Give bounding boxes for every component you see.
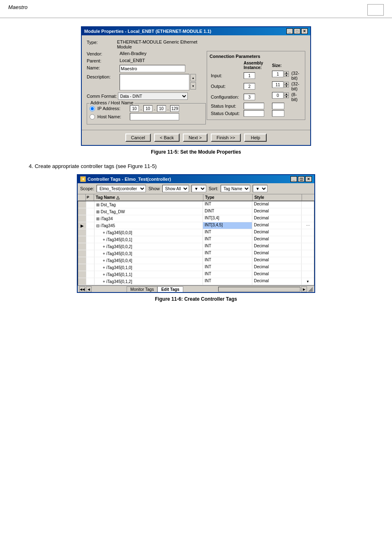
dialog-titlebar: Module Properties - Local_ENBT (ETHERNET… (82, 27, 310, 35)
host-input[interactable] (130, 113, 179, 120)
output-size-up[interactable]: ▲ (284, 82, 289, 85)
vendor-row: Vendor: Allen-Bradley (87, 51, 206, 56)
output-size-down[interactable]: ▼ (284, 85, 289, 88)
table-row[interactable]: ⊞Dst_Tag_DW DINT Decimal (78, 208, 314, 215)
status-input-instance[interactable] (244, 103, 264, 109)
row-type-cell: INT (203, 257, 252, 264)
ctrl-titlebar-icon-area: ✦ Controller Tags - Elmo_Test(controller… (80, 176, 171, 182)
config-instance[interactable] (244, 94, 255, 100)
input-size-type: (32-bit) (290, 70, 302, 81)
row-arrow-cell (78, 229, 86, 236)
desc-scroll-down[interactable]: ▼ (190, 82, 196, 90)
output-instance[interactable] (244, 83, 255, 90)
expand-icon[interactable]: + (103, 258, 105, 263)
ip-oct1[interactable] (130, 105, 139, 112)
show-select[interactable]: Show All (162, 185, 189, 192)
ip-oct4[interactable] (170, 105, 179, 112)
expand-icon[interactable]: + (103, 251, 105, 256)
header-style[interactable]: Style (253, 194, 302, 200)
ctrl-tabs: Monitor Tags Edit Tags (127, 286, 183, 292)
minimize-button[interactable]: _ (286, 28, 293, 34)
input-row: Input: ▲ ▼ (32-bit) (210, 70, 302, 81)
expand-icon[interactable]: ⊞ (96, 216, 99, 221)
input-size[interactable] (272, 71, 284, 77)
scroll-first-button[interactable]: ◀◀ (79, 286, 85, 292)
address-group: Address / Host Name IP Address: . . . (87, 103, 206, 124)
next-button[interactable]: Next > (183, 134, 208, 142)
ip-radio[interactable] (90, 106, 95, 111)
header-p: P (86, 194, 94, 200)
scroll-right-button[interactable]: ▶ (301, 286, 307, 292)
input-size-down[interactable]: ▼ (284, 74, 289, 77)
scroll-prev-button[interactable]: ◀ (86, 286, 92, 292)
comm-format-select[interactable]: Data - DINT (118, 92, 188, 100)
ip-oct2[interactable] (143, 105, 152, 112)
expand-icon[interactable]: + (103, 244, 105, 249)
table-row[interactable]: ⊞iTag34 INT[3,4] Decimal (78, 215, 314, 222)
row-tagname: Dst_Tag (101, 203, 116, 207)
row-edit-cell[interactable]: ⋯ (302, 222, 314, 229)
ctrl-minimize-button[interactable]: _ (291, 176, 297, 182)
table-row[interactable]: +iTag345[0,1,0] INT Decimal (78, 264, 314, 271)
status-input-label: Status Input: (210, 102, 242, 110)
help-button[interactable]: Help (244, 134, 267, 142)
sort-order-select[interactable]: ▼ (253, 185, 267, 192)
horizontal-scrollbar[interactable] (218, 287, 300, 292)
row-arrow-cell (78, 201, 86, 208)
row-name-cell: ⊞Dst_Tag_DW (95, 208, 203, 215)
sort-select[interactable]: Tag Name (221, 185, 250, 192)
cancel-button[interactable]: Cancel (125, 134, 151, 142)
config-size-down[interactable]: ▼ (284, 95, 289, 98)
ctrl-restore-button[interactable]: ◫ (298, 176, 304, 182)
status-output-instance[interactable] (244, 110, 264, 117)
output-size[interactable] (272, 81, 284, 88)
tab-edit-tags[interactable]: Edit Tags (157, 286, 183, 292)
page-title: Maestro (8, 4, 28, 10)
header-tagname[interactable]: Tag Name △ (94, 194, 203, 200)
table-row[interactable]: +iTag345[0,1,2] INT Decimal ▼ (78, 278, 314, 285)
host-radio[interactable] (90, 114, 95, 120)
input-size-up[interactable]: ▲ (284, 71, 289, 74)
expand-icon[interactable]: ⊞ (96, 210, 99, 214)
expand-icon[interactable]: + (103, 272, 105, 277)
scope-select[interactable]: Elmo_Test(controller (97, 185, 146, 192)
ctrl-close-button[interactable]: ✕ (305, 176, 312, 182)
status-output-size[interactable] (272, 110, 284, 117)
config-size-up[interactable]: ▲ (284, 92, 289, 95)
header-type[interactable]: Type (203, 194, 253, 200)
tab-monitor-tags[interactable]: Monitor Tags (127, 286, 157, 292)
row-type-cell: DINT (203, 208, 252, 215)
show-filter-select[interactable]: ▼ (191, 185, 206, 192)
finish-button[interactable]: Finish >> (211, 134, 241, 142)
maximize-button[interactable]: □ (294, 28, 300, 34)
close-button[interactable]: ✕ (301, 28, 308, 34)
row-tagname: iTag345[0,0,0] (106, 230, 132, 235)
table-row[interactable]: +iTag345[0,0,2] INT Decimal (78, 243, 314, 250)
name-input[interactable] (120, 65, 185, 72)
back-button[interactable]: < Back (154, 134, 180, 142)
table-row[interactable]: ▶ ⊟iTag345 INT[3,4,5] Decimal ⋯ (78, 222, 314, 229)
expand-icon[interactable]: + (103, 237, 105, 242)
table-row[interactable]: +iTag345[0,0,4] INT Decimal (78, 257, 314, 264)
table-row[interactable]: +iTag345[0,1,1] INT Decimal (78, 271, 314, 278)
ip-oct3[interactable] (157, 105, 166, 112)
desc-scroll-up[interactable]: ▲ (190, 74, 196, 81)
row-p-cell (86, 236, 95, 243)
config-size[interactable] (272, 92, 284, 99)
parent-row: Parent: Local_ENBT (87, 58, 206, 63)
header-arrow (78, 194, 86, 200)
table-row[interactable]: ⊞Dst_Tag INT Decimal (78, 201, 314, 208)
expand-icon[interactable]: + (103, 230, 105, 235)
description-textarea[interactable] (120, 74, 189, 90)
expand-icon[interactable]: ⊟ (96, 223, 99, 228)
table-row[interactable]: +iTag345[0,0,0] INT Decimal (78, 229, 314, 236)
status-input-size[interactable] (272, 103, 284, 109)
status-output-row: Status Output: (210, 110, 302, 117)
expand-icon[interactable]: + (103, 265, 105, 270)
row-arrow-cell (78, 264, 86, 271)
expand-icon[interactable]: + (103, 279, 105, 284)
table-row[interactable]: +iTag345[0,0,1] INT Decimal (78, 236, 314, 243)
expand-icon[interactable]: ⊞ (96, 203, 99, 207)
table-row[interactable]: +iTag345[0,0,3] INT Decimal (78, 250, 314, 257)
input-instance[interactable] (244, 72, 255, 79)
